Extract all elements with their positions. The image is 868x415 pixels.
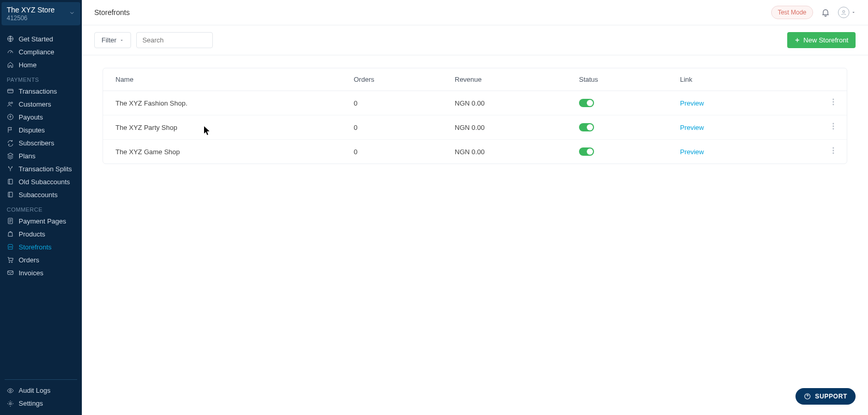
sidebar-item-products[interactable]: Products — [2, 228, 80, 241]
sidebar-item-old-subaccounts[interactable]: Old Subaccounts — [2, 175, 80, 188]
status-toggle[interactable] — [579, 99, 594, 107]
store-id: 412506 — [7, 14, 55, 22]
caret-down-icon — [120, 38, 124, 42]
svg-rect-1 — [8, 90, 13, 93]
sidebar-item-label: Disputes — [19, 126, 45, 134]
cell-revenue: NGN 0.00 — [442, 140, 567, 164]
cell-link: Preview — [668, 115, 820, 140]
sidebar-item-settings[interactable]: Settings — [2, 397, 80, 410]
cell-name: The XYZ Party Shop — [103, 115, 341, 140]
kebab-icon — [832, 98, 834, 106]
notifications-button[interactable] — [820, 7, 831, 18]
sidebar-item-audit-logs[interactable]: Audit Logs — [2, 384, 80, 397]
search-input[interactable] — [136, 32, 213, 48]
section-label-payments: PAYMENTS — [2, 71, 80, 85]
sidebar-item-label: Storefronts — [19, 243, 52, 251]
sidebar-item-payouts[interactable]: Payouts — [2, 111, 80, 124]
cell-orders: 0 — [341, 91, 442, 115]
sidebar-item-subscribers[interactable]: Subscribers — [2, 137, 80, 150]
filter-button[interactable]: Filter — [94, 32, 131, 48]
sidebar-item-transaction-splits[interactable]: Transaction Splits — [2, 162, 80, 175]
col-header-revenue: Revenue — [442, 68, 567, 91]
cell-link: Preview — [668, 91, 820, 115]
help-icon — [804, 393, 811, 400]
sidebar-item-label: Products — [19, 230, 45, 238]
status-toggle[interactable] — [579, 123, 594, 131]
sidebar-item-label: Invoices — [19, 269, 44, 277]
table-row[interactable]: The XYZ Fashion Shop. 0 NGN 0.00 Preview — [103, 91, 847, 115]
svg-point-20 — [833, 147, 834, 149]
filter-label: Filter — [102, 36, 117, 44]
cell-link: Preview — [668, 140, 820, 164]
sidebar-item-compliance[interactable]: Compliance — [2, 46, 80, 58]
svg-point-19 — [833, 128, 834, 130]
cell-revenue: NGN 0.00 — [442, 115, 567, 140]
sidebar-item-label: Transactions — [19, 87, 57, 95]
preview-link[interactable]: Preview — [680, 124, 704, 131]
sidebar-item-subaccounts[interactable]: Subaccounts — [2, 188, 80, 201]
row-menu-button[interactable] — [832, 123, 834, 131]
sidebar-item-payment-pages[interactable]: Payment Pages — [2, 215, 80, 228]
cell-actions — [820, 91, 847, 115]
storefronts-table: Name Orders Revenue Status Link The XYZ … — [103, 68, 847, 164]
sidebar-item-label: Settings — [19, 399, 43, 407]
preview-link[interactable]: Preview — [680, 99, 704, 107]
col-header-name: Name — [103, 68, 341, 91]
sidebar-item-disputes[interactable]: Disputes — [2, 124, 80, 137]
sidebar-item-transactions[interactable]: Transactions — [2, 85, 80, 98]
sidebar-item-orders[interactable]: Orders — [2, 254, 80, 266]
mail-icon — [7, 269, 14, 276]
svg-point-14 — [833, 99, 834, 100]
sidebar-item-label: Home — [19, 61, 37, 69]
bag-icon — [7, 230, 14, 238]
sidebar-item-invoices[interactable]: Invoices — [2, 266, 80, 279]
store-switcher[interactable]: The XYZ Store 412506 — [2, 2, 80, 25]
svg-point-18 — [833, 126, 834, 127]
table-row[interactable]: The XYZ Game Shop 0 NGN 0.00 Preview — [103, 140, 847, 164]
cell-revenue: NGN 0.00 — [442, 91, 567, 115]
kebab-icon — [832, 123, 834, 130]
sidebar-item-get-started[interactable]: Get Started — [2, 33, 80, 46]
svg-point-15 — [833, 101, 834, 103]
sidebar-item-label: Subaccounts — [19, 191, 57, 199]
sidebar-item-label: Get Started — [19, 35, 53, 43]
refresh-icon — [7, 139, 14, 146]
book-icon — [7, 178, 14, 185]
plus-icon — [794, 37, 800, 43]
page-title: Storefronts — [94, 8, 129, 17]
cell-actions — [820, 115, 847, 140]
sidebar-item-label: Subscribers — [19, 139, 54, 147]
cell-name: The XYZ Fashion Shop. — [103, 91, 341, 115]
row-menu-button[interactable] — [832, 98, 834, 107]
cell-name: The XYZ Game Shop — [103, 140, 341, 164]
sidebar-item-plans[interactable]: Plans — [2, 150, 80, 162]
sidebar-item-label: Plans — [19, 152, 36, 160]
support-button[interactable]: SUPPORT — [795, 388, 856, 405]
sidebar-item-customers[interactable]: Customers — [2, 98, 80, 111]
support-label: SUPPORT — [815, 393, 847, 400]
table-row[interactable]: The XYZ Party Shop 0 NGN 0.00 Preview — [103, 115, 847, 140]
new-storefront-button[interactable]: New Storefront — [787, 32, 856, 48]
svg-point-13 — [843, 10, 845, 12]
svg-point-8 — [9, 262, 10, 263]
sidebar-item-label: Payouts — [19, 113, 43, 121]
sidebar-item-storefronts[interactable]: Storefronts — [2, 241, 80, 254]
bell-icon — [821, 8, 830, 17]
col-header-orders: Orders — [341, 68, 442, 91]
sidebar-item-label: Transaction Splits — [19, 165, 72, 173]
row-menu-button[interactable] — [832, 147, 834, 156]
flag-icon — [7, 126, 14, 134]
layers-icon — [7, 152, 14, 159]
sidebar-item-label: Old Subaccounts — [19, 178, 70, 186]
sidebar-item-home[interactable]: Home — [2, 58, 80, 71]
sidebar-item-label: Payment Pages — [19, 217, 66, 225]
preview-link[interactable]: Preview — [680, 148, 704, 156]
users-icon — [7, 100, 14, 108]
gauge-icon — [7, 48, 14, 55]
user-menu[interactable] — [838, 7, 856, 18]
status-toggle[interactable] — [579, 147, 594, 156]
svg-point-17 — [833, 123, 834, 125]
test-mode-badge[interactable]: Test Mode — [771, 6, 813, 19]
svg-point-21 — [833, 150, 834, 152]
sidebar-item-label: Orders — [19, 256, 39, 264]
